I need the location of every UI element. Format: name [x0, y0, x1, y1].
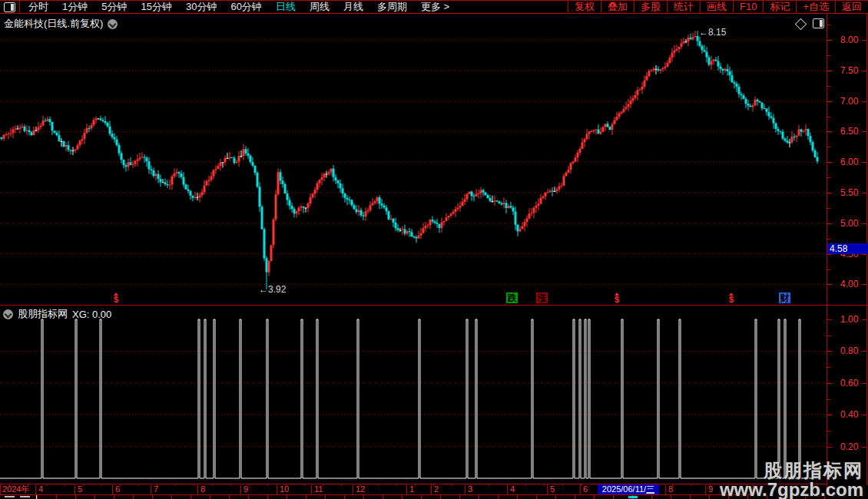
buy-signal-marker: $: [727, 292, 736, 303]
period-tab-5分钟[interactable]: 5分钟: [94, 1, 134, 13]
month-label: 10: [280, 484, 289, 494]
month-label: 5: [78, 484, 82, 494]
period-tab-月线[interactable]: 月线: [336, 1, 370, 13]
selected-date-badge: 2025/06/11/三: [598, 484, 659, 494]
current-price-badge: 4.58: [827, 243, 868, 254]
indicator-tick-label: 0.20: [840, 442, 858, 451]
period-tab-分时[interactable]: 分时: [22, 1, 55, 13]
menu-item-画线[interactable]: 画线: [700, 1, 733, 13]
price-tick-label: 7.50: [840, 66, 858, 75]
month-label: 6: [583, 484, 588, 494]
price-tick-label: 4.00: [840, 279, 858, 289]
menu-item-F10[interactable]: F10: [733, 1, 763, 13]
month-label: 12: [356, 484, 365, 494]
menu-item-复权[interactable]: 复权: [568, 1, 601, 13]
watermark-url: www.7gpzb.com: [720, 480, 863, 499]
high-annotation: ←8.15: [699, 28, 726, 37]
action-menu: 复权叠加多股统计画线F10标记+自选返回: [568, 1, 868, 13]
indicator-tick-label: 0.80: [840, 346, 858, 355]
indicator-header: 股朋指标网 XG: 0.00: [3, 307, 111, 321]
price-tick-label: 7.00: [840, 97, 858, 106]
month-label: 2: [434, 484, 439, 494]
menu-item-标记[interactable]: 标记: [763, 1, 796, 13]
price-tick-label: 5.50: [840, 188, 858, 197]
month-label: 4: [510, 484, 515, 494]
period-tab-多周期[interactable]: 多周期: [370, 1, 414, 13]
chevron-down-icon[interactable]: [108, 19, 118, 29]
period-tab-周线[interactable]: 周线: [303, 1, 336, 13]
diamond-icon[interactable]: [797, 20, 805, 28]
month-label: 1: [409, 484, 414, 494]
month-label: 5: [550, 484, 555, 494]
month-label: 4: [38, 484, 43, 494]
menu-item-返回[interactable]: 返回: [835, 1, 868, 13]
layout-panel-icon-right[interactable]: [813, 18, 824, 28]
period-tab-1分钟[interactable]: 1分钟: [55, 1, 94, 13]
menu-item-+自选[interactable]: +自选: [796, 1, 835, 13]
period-tab-日线[interactable]: 日线: [269, 1, 303, 13]
period-tab-15分钟[interactable]: 15分钟: [134, 1, 178, 13]
month-label: 11: [314, 484, 323, 494]
tag-marker-财: 财: [779, 292, 790, 303]
indicator-tick-label: 1.00: [840, 315, 858, 324]
price-tick-label: 8.00: [840, 35, 858, 45]
indicator-chart[interactable]: [0, 306, 827, 484]
layout-panel-icon[interactable]: [4, 2, 15, 12]
trading-app-window: 分时1分钟5分钟15分钟30分钟60分钟日线周线月线多周期更多 > 复权叠加多股…: [0, 0, 868, 499]
indicator-name: 股朋指标网: [18, 307, 68, 321]
tag-marker-涨: 涨: [536, 292, 548, 303]
period-tabs: 分时1分钟5分钟15分钟30分钟60分钟日线周线月线多周期更多 >: [22, 1, 568, 13]
chevron-down-icon[interactable]: [3, 309, 13, 319]
month-label: 9: [244, 484, 248, 494]
price-tick-label: 6.00: [840, 157, 858, 167]
menu-item-统计[interactable]: 统计: [667, 1, 700, 13]
month-label: 8: [200, 484, 205, 494]
buy-signal-marker: $: [111, 292, 121, 303]
tag-marker-跌: 跌: [506, 292, 518, 303]
indicator-tick-label: 0.40: [840, 410, 858, 419]
menu-item-叠加[interactable]: 叠加: [601, 1, 634, 13]
price-tick-label: 5.00: [840, 219, 858, 228]
watermark-site-name: 股朋指标网: [720, 461, 863, 480]
toolbar-divider: [19, 0, 20, 14]
period-tab-30分钟[interactable]: 30分钟: [179, 1, 224, 13]
low-annotation: ←3.92: [259, 285, 286, 294]
watermark: 股朋指标网 www.7gpzb.com: [720, 461, 863, 499]
indicator-tick-label: 0.60: [840, 378, 858, 388]
candlestick-chart[interactable]: [0, 29, 827, 292]
year-label: 2024年: [2, 484, 29, 494]
buy-signal-marker: $: [612, 292, 621, 303]
period-tab-60分钟[interactable]: 60分钟: [224, 1, 268, 13]
top-toolbar: 分时1分钟5分钟15分钟30分钟60分钟日线周线月线多周期更多 > 复权叠加多股…: [0, 0, 868, 14]
indicator-value: XG: 0.00: [72, 309, 111, 320]
period-tab-更多 >[interactable]: 更多 >: [414, 1, 456, 13]
price-tick-label: 6.50: [840, 127, 858, 136]
month-label: 9: [708, 484, 713, 494]
menu-item-多股[interactable]: 多股: [634, 1, 667, 13]
